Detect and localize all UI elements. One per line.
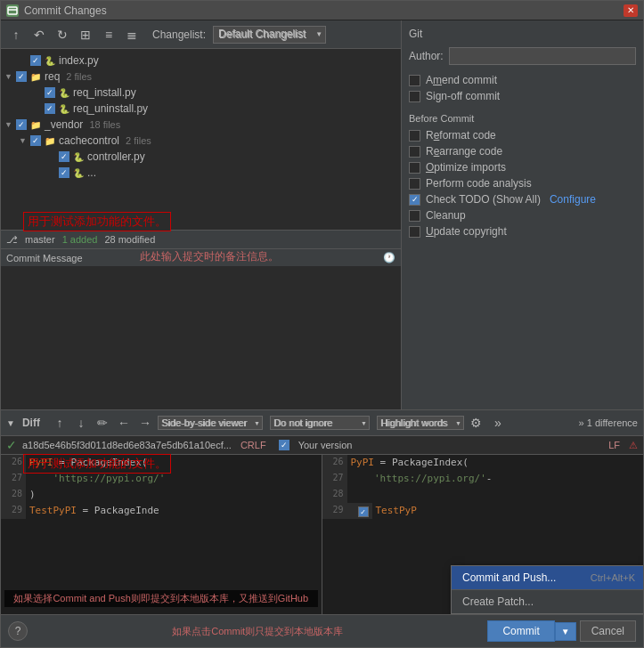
line-num: 28	[1, 487, 26, 503]
svg-rect-0	[8, 7, 17, 14]
line-content: PyPI = PackageIndex(	[347, 455, 644, 471]
file-icon-controller: 🐍	[72, 150, 85, 163]
folder-name-cachecontrol: cachecontrol	[59, 134, 119, 147]
commit-push-label: Commit and Push...	[462, 571, 556, 584]
reformat-checkbox[interactable]	[409, 130, 420, 142]
left-info-overlay: 如果选择Commit and Push则即提交到本地版本库，又推送到GitHub	[4, 590, 318, 607]
tree-item-controller[interactable]: ✓ 🐍 controller.py	[1, 149, 401, 165]
window-title: Commit Changes	[24, 4, 618, 17]
branch-name: master	[25, 234, 55, 245]
copyright-checkbox[interactable]	[409, 226, 420, 238]
amend-label-a: A	[426, 74, 433, 86]
checkbox-more[interactable]: ✓	[59, 167, 69, 178]
checkbox-vendor[interactable]: ✓	[16, 119, 27, 130]
signoff-commit-checkbox[interactable]	[409, 91, 420, 102]
undo-button[interactable]: ↶	[29, 25, 49, 45]
todo-label: Check TODO (Show All)	[426, 193, 541, 206]
line-num: 27	[1, 471, 26, 487]
diff-line: 29 ✓ TestPyP	[322, 503, 644, 519]
checkbox-controller[interactable]: ✓	[59, 151, 69, 162]
diff-content: 26 PyPI = PackageIndex( 27 'https://pypi…	[1, 455, 643, 614]
tree-item-req-install[interactable]: ✓ 🐍 req_install.py	[1, 85, 401, 101]
diff-section: ▼ Diff ↑ ↓ ✏ ← → Side-by-side viewer Uni…	[1, 409, 643, 614]
line-content: )	[26, 487, 322, 503]
changelist-select[interactable]: Default Changelist	[213, 26, 326, 44]
todo-checkbox[interactable]: ✓	[409, 194, 420, 206]
rearrange-checkbox[interactable]	[409, 146, 420, 158]
signoff-commit-row: Sign-off commit	[409, 90, 636, 102]
clock-icon: 🕐	[383, 252, 395, 263]
file-tree: ✓ 🐍 index.py ▼ ✓ 📁 req 2 files ✓ 🐍	[1, 49, 401, 230]
configure-link[interactable]: Configure	[550, 193, 596, 206]
line-content: PyPI = PackageIndex(	[26, 455, 322, 471]
diff-expand-btn[interactable]: »	[489, 414, 507, 432]
tree-item-req-uninstall[interactable]: ✓ 🐍 req_uninstall.py	[1, 101, 401, 117]
collapse-button[interactable]: ≣	[122, 25, 142, 45]
line-num-2: ✓	[347, 503, 372, 519]
highlight-select[interactable]: Highlight words Highlight chars	[377, 416, 464, 430]
folder-name-vendor: _vendor	[45, 118, 83, 131]
file-icon-req-uninstall: 🐍	[58, 102, 70, 115]
diff-next-btn[interactable]: →	[136, 414, 154, 432]
close-button[interactable]: ✕	[624, 4, 638, 17]
folder-name-req: req	[45, 70, 60, 83]
refresh-button[interactable]: ↻	[53, 25, 72, 45]
optimize-checkbox[interactable]	[409, 162, 420, 174]
expand-arrow-req: ▼	[4, 72, 13, 81]
commit-dropdown-button[interactable]: ▼	[555, 622, 576, 641]
main-content: ↑ ↶ ↻ ⊞ ≡ ≣ Changelist: Default Changeli…	[1, 20, 643, 409]
diff-crlf: CRLF	[240, 440, 266, 450]
diff-prev-btn[interactable]: ←	[115, 414, 133, 432]
diff-edit-btn[interactable]: ✏	[94, 414, 111, 432]
commit-push-option[interactable]: Commit and Push... Ctrl+Alt+K	[452, 566, 643, 589]
cancel-button[interactable]: Cancel	[580, 620, 636, 642]
main-window: Commit Changes ✕ ↑ ↶ ↻ ⊞ ≡ ≣ Changelist:…	[0, 0, 644, 648]
changelist-wrapper[interactable]: Default Changelist Default Changelist	[213, 26, 326, 44]
checkbox-cachecontrol[interactable]: ✓	[30, 135, 41, 146]
modified-count: 28 modified	[104, 234, 155, 245]
tree-item-req[interactable]: ▼ ✓ 📁 req 2 files	[1, 69, 401, 85]
highlight-select-wrapper[interactable]: Highlight words Highlight chars Highligh…	[377, 416, 464, 430]
author-input[interactable]	[449, 47, 636, 65]
expand-arrow-vendor: ▼	[4, 120, 13, 129]
status-bar: ⎇ master 1 added 28 modified	[1, 230, 401, 249]
group-button[interactable]: ⊞	[76, 25, 95, 45]
filename-index: index.py	[59, 54, 99, 67]
help-button[interactable]: ?	[8, 621, 28, 641]
create-patch-option[interactable]: Create Patch...	[452, 590, 643, 613]
diff-settings-btn[interactable]: ⚙	[468, 414, 485, 432]
expand-arrow-cache: ▼	[19, 136, 28, 145]
amend-commit-checkbox[interactable]	[409, 75, 420, 86]
diff-collapse-icon[interactable]: ▼	[6, 418, 15, 428]
viewer-select-wrapper[interactable]: Side-by-side viewer Unified viewer Side-…	[158, 416, 263, 430]
ignore-select-wrapper[interactable]: Do not ignore Ignore whitespace Do not i…	[270, 416, 370, 430]
viewer-select[interactable]: Side-by-side viewer Unified viewer	[158, 416, 263, 430]
tree-item-vendor[interactable]: ▼ ✓ 📁 _vendor 18 files	[1, 117, 401, 133]
optimize-label: Optimize imports	[426, 161, 506, 174]
diff-down-btn[interactable]: ↓	[72, 414, 90, 432]
perform-checkbox[interactable]	[409, 178, 420, 190]
file-count-vendor: 18 files	[89, 119, 120, 130]
amend-commit-row: Amend commit	[409, 74, 636, 86]
expand-button[interactable]: ≡	[99, 25, 118, 45]
checkbox-req-uninstall[interactable]: ✓	[45, 103, 55, 114]
diff-version-checkbox[interactable]: ✓	[279, 440, 289, 450]
cleanup-checkbox[interactable]	[409, 210, 420, 222]
tree-item-more[interactable]: ✓ 🐍 ...	[1, 165, 401, 181]
checkbox-index[interactable]: ✓	[30, 55, 41, 66]
checkbox-req-install[interactable]: ✓	[45, 87, 55, 98]
diff-line: 26 PyPI = PackageIndex(	[322, 455, 644, 471]
commit-button[interactable]: Commit	[487, 620, 554, 642]
diff-warning-icon: ⚠	[629, 440, 638, 451]
commit-message-input[interactable]	[1, 266, 401, 409]
move-up-button[interactable]: ↑	[6, 25, 26, 45]
cleanup-label: Cleanup	[426, 209, 466, 222]
ignore-select[interactable]: Do not ignore Ignore whitespace	[270, 416, 370, 430]
diff-line: 27 'https://pypi.org/'	[1, 471, 322, 487]
tree-item-index[interactable]: ✓ 🐍 index.py	[1, 53, 401, 69]
checkbox-req[interactable]: ✓	[16, 71, 27, 82]
tree-item-cachecontrol[interactable]: ▼ ✓ 📁 cachecontrol 2 files	[1, 133, 401, 149]
diff-up-btn[interactable]: ↑	[51, 414, 69, 432]
filename-req-uninstall: req_uninstall.py	[73, 102, 148, 115]
commit-message-label: Commit Message	[6, 253, 83, 263]
